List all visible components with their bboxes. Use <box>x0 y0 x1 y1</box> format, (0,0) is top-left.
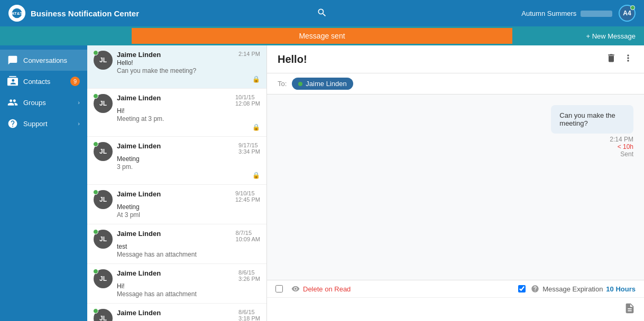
delete-message-button[interactable] <box>606 53 617 65</box>
conv-content-6: Jaime Linden 8/6/153:26 PM Hi! Message h… <box>117 269 260 298</box>
username-label: Autumn Summers <box>521 10 612 17</box>
conv-avatar-3: JL <box>94 142 113 161</box>
conv-name-5: Jaime Linden <box>117 230 161 238</box>
online-indicator <box>630 5 635 10</box>
message-panel: Hello! To: Jaime Linden <box>267 45 644 321</box>
app-logo: AT&T <box>8 5 25 22</box>
lock-icon-3: 🔒 <box>252 172 260 179</box>
new-message-button[interactable]: + New Message <box>586 32 636 40</box>
online-dot-6 <box>93 269 98 274</box>
sidebar-support-label: Support <box>23 120 72 128</box>
sidebar: Conversations Contacts 9 Groups › Suppor… <box>0 45 87 321</box>
conv-avatar-5: JL <box>94 230 113 249</box>
message-delta: < 10h <box>610 143 633 150</box>
online-dot-5 <box>93 229 98 234</box>
conv-item-7[interactable]: JL Jaime Linden 8/6/153:18 PM Reminder M… <box>87 304 266 321</box>
conv-subject-6: Hi! <box>117 282 260 290</box>
conv-name-2: Jaime Linden <box>117 94 161 102</box>
sidebar-item-contacts[interactable]: Contacts 9 <box>0 71 87 92</box>
conv-subject-3: Meeting <box>117 155 260 163</box>
message-sent-banner: Message sent <box>132 28 512 44</box>
message-to-row: To: Jaime Linden <box>267 73 644 95</box>
conv-name-6: Jaime Linden <box>117 269 161 277</box>
online-dot-7 <box>93 308 98 314</box>
conv-avatar-7: JL <box>94 309 113 321</box>
conv-time-1: 2:14 PM <box>238 51 260 57</box>
conv-content-3: Jaime Linden 9/17/153:34 PM Meeting 3 pm… <box>117 142 260 179</box>
message-sent-status: Sent <box>610 150 633 158</box>
message-expiration-label: Message Expiration <box>542 285 603 293</box>
recipient-online-dot <box>298 82 302 86</box>
search-button[interactable] <box>317 7 327 20</box>
conv-preview-4: At 3 pml <box>117 211 260 219</box>
conv-preview-5: Message has an attachment <box>117 251 260 258</box>
conv-time-3: 9/17/153:34 PM <box>238 142 260 155</box>
user-avatar[interactable]: A4 <box>619 5 636 22</box>
conv-item-4[interactable]: JL Jaime Linden 9/10/1512:45 PM Meeting … <box>87 185 266 224</box>
lock-icon-1: 🔒 <box>252 75 260 83</box>
conv-time-2: 10/1/1512:08 PM <box>235 94 260 107</box>
conv-avatar-6: JL <box>94 269 113 288</box>
conv-time-5: 8/7/1510:09 AM <box>236 230 260 242</box>
online-dot-4 <box>93 190 98 195</box>
to-chip[interactable]: Jaime Linden <box>292 78 353 90</box>
message-meta: 2:14 PM < 10h Sent <box>610 136 633 158</box>
message-input[interactable] <box>275 306 624 314</box>
conv-item-6[interactable]: JL Jaime Linden 8/6/153:26 PM Hi! Messag… <box>87 264 266 304</box>
expiry-value: 10 Hours <box>606 285 636 293</box>
conv-item-1[interactable]: JL Jaime Linden 2:14 PM Hello! Can you m… <box>87 45 266 89</box>
conv-avatar-1: JL <box>94 51 113 70</box>
groups-chevron-icon: › <box>78 99 80 106</box>
footer-toolbar: Delete on Read Message Expiration 10 Hou… <box>267 280 644 298</box>
message-timestamp: 2:14 PM <box>610 136 633 143</box>
online-dot-3 <box>93 141 98 147</box>
conv-name-7: Jaime Linden <box>117 309 161 317</box>
conv-item-2[interactable]: JL Jaime Linden 10/1/1512:08 PM Hi! Meet… <box>87 89 266 137</box>
recipient-name: Jaime Linden <box>306 80 346 88</box>
conv-time-6: 8/6/153:26 PM <box>238 269 260 282</box>
message-footer: Delete on Read Message Expiration 10 Hou… <box>267 280 644 321</box>
conv-name-4: Jaime Linden <box>117 190 161 198</box>
delete-on-read-checkbox[interactable] <box>275 285 283 292</box>
conv-subject-4: Meeting <box>117 203 260 211</box>
conv-item-5[interactable]: JL Jaime Linden 8/7/1510:09 AM test Mess… <box>87 224 266 264</box>
conv-subject-1: Hello! <box>117 59 260 67</box>
sidebar-item-support[interactable]: Support › <box>0 113 87 134</box>
conv-time-4: 9/10/1512:45 PM <box>235 190 260 203</box>
sidebar-item-groups[interactable]: Groups › <box>0 92 87 113</box>
conv-item-3[interactable]: JL Jaime Linden 9/17/153:34 PM Meeting 3… <box>87 137 266 185</box>
conv-content-4: Jaime Linden 9/10/1512:45 PM Meeting At … <box>117 190 260 219</box>
sidebar-conversations-label: Conversations <box>23 56 80 64</box>
header-right: Autumn Summers A4 <box>521 5 636 22</box>
message-expiration-action[interactable]: Message Expiration 10 Hours <box>518 285 636 293</box>
message-bubble: Can you make the meeting? <box>551 105 633 134</box>
delete-on-read-action[interactable]: Delete on Read <box>291 285 351 293</box>
message-bubble-row: Can you make the meeting? 2:14 PM < 10h … <box>278 105 633 158</box>
expiration-checkbox[interactable] <box>518 285 526 292</box>
sidebar-item-conversations[interactable]: Conversations <box>0 50 87 71</box>
more-options-button[interactable] <box>623 53 633 65</box>
app-title: Business Notification Center <box>31 9 521 18</box>
conv-preview-3: 3 pm. <box>117 163 260 171</box>
conv-preview-6: Message has an attachment <box>117 290 260 298</box>
banner-row: Message sent + New Message <box>0 26 644 45</box>
main-layout: Conversations Contacts 9 Groups › Suppor… <box>0 45 644 321</box>
conv-preview-2: Meeting at 3 pm. <box>117 115 260 122</box>
svg-text:AT&T: AT&T <box>12 11 22 16</box>
app-header: AT&T Business Notification Center Autumn… <box>0 0 644 26</box>
conv-time-7: 8/6/153:18 PM <box>238 309 260 321</box>
send-message-button[interactable] <box>624 303 636 317</box>
support-chevron-icon: › <box>78 120 80 127</box>
conv-content-2: Jaime Linden 10/1/1512:08 PM Hi! Meeting… <box>117 94 260 131</box>
conv-avatar-2: JL <box>94 94 113 113</box>
online-dot-1 <box>93 50 98 55</box>
conversation-list: JL Jaime Linden 2:14 PM Hello! Can you m… <box>87 45 267 321</box>
conv-subject-5: test <box>117 243 260 250</box>
conv-content-1: Jaime Linden 2:14 PM Hello! Can you make… <box>117 51 260 83</box>
conv-name-3: Jaime Linden <box>117 142 161 150</box>
conv-content-5: Jaime Linden 8/7/1510:09 AM test Message… <box>117 230 260 258</box>
lock-icon-2: 🔒 <box>252 124 260 131</box>
message-actions <box>606 53 633 65</box>
contacts-badge: 9 <box>70 77 80 86</box>
to-label: To: <box>278 80 287 88</box>
